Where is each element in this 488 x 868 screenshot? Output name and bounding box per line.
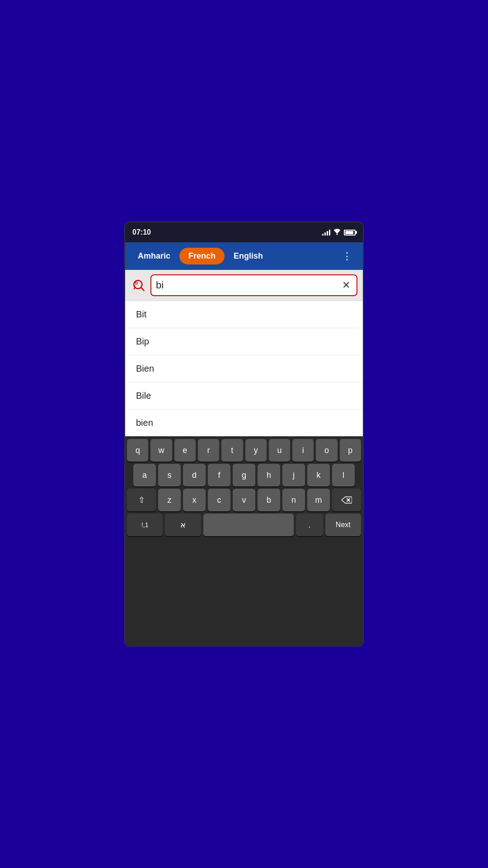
keyboard-row-1: q w e r t y u i o p — [127, 439, 361, 462]
key-j[interactable]: j — [282, 464, 305, 486]
key-u[interactable]: u — [269, 439, 290, 462]
key-y[interactable]: y — [245, 439, 267, 462]
phone-frame: 07:10 Amharic — [124, 222, 364, 646]
key-period[interactable]: . — [296, 514, 323, 536]
suggestions-dropdown: Bit Bip Bien Bile bien — [125, 301, 363, 436]
suggestion-item-bit[interactable]: Bit — [125, 301, 363, 328]
search-icon — [132, 278, 145, 292]
key-m[interactable]: m — [307, 489, 330, 511]
svg-point-0 — [337, 233, 338, 235]
clear-button[interactable]: ✕ — [340, 278, 352, 293]
signal-icon — [322, 229, 330, 236]
key-f[interactable]: f — [208, 464, 230, 486]
lang-tab-english[interactable]: English — [228, 249, 268, 264]
key-next[interactable]: Next — [325, 514, 361, 536]
key-p[interactable]: p — [340, 439, 361, 462]
key-v[interactable]: v — [233, 489, 255, 511]
key-e[interactable]: e — [174, 439, 196, 462]
battery-icon — [344, 230, 356, 236]
key-k[interactable]: k — [307, 464, 330, 486]
key-o[interactable]: o — [316, 439, 337, 462]
key-h[interactable]: h — [258, 464, 280, 486]
keyboard-row-3: ⇧ z x c v b n m — [127, 489, 361, 511]
menu-button[interactable]: ⋮ — [338, 249, 356, 264]
lang-tab-french[interactable]: French — [179, 248, 225, 264]
key-s[interactable]: s — [158, 464, 181, 486]
key-b[interactable]: b — [258, 489, 280, 511]
key-x[interactable]: x — [183, 489, 206, 511]
keyboard-row-2: a s d f g h j k l — [127, 464, 361, 486]
key-shift[interactable]: ⇧ — [127, 489, 156, 511]
key-numbers[interactable]: !,1 — [127, 514, 163, 536]
status-time: 07:10 — [132, 228, 151, 236]
search-input-wrap: ✕ — [150, 274, 357, 296]
key-a[interactable]: a — [133, 464, 156, 486]
key-t[interactable]: t — [221, 439, 243, 462]
lang-tab-amharic[interactable]: Amharic — [132, 249, 176, 264]
key-special[interactable]: א — [165, 514, 201, 536]
search-bar: ✕ — [125, 270, 363, 301]
key-r[interactable]: r — [198, 439, 219, 462]
wifi-icon — [333, 229, 341, 236]
key-q[interactable]: q — [127, 439, 148, 462]
suggestion-item-bile[interactable]: Bile — [125, 382, 363, 410]
svg-line-2 — [141, 288, 144, 291]
key-d[interactable]: d — [183, 464, 206, 486]
status-icons — [322, 229, 356, 236]
keyboard-row-4: !,1 א . Next — [127, 514, 361, 536]
key-n[interactable]: n — [282, 489, 305, 511]
key-backspace[interactable] — [332, 489, 361, 511]
suggestion-item-bien[interactable]: Bien — [125, 355, 363, 382]
key-w[interactable]: w — [150, 439, 172, 462]
key-l[interactable]: l — [332, 464, 355, 486]
key-g[interactable]: g — [233, 464, 255, 486]
key-i[interactable]: i — [292, 439, 314, 462]
search-input[interactable] — [156, 279, 340, 291]
app-header: Amharic French English ⋮ — [125, 242, 363, 270]
key-c[interactable]: c — [208, 489, 230, 511]
key-space[interactable] — [203, 514, 294, 536]
search-icon-wrap — [131, 277, 147, 293]
key-z[interactable]: z — [158, 489, 181, 511]
suggestion-item-bien2[interactable]: bien — [125, 410, 363, 436]
language-tabs: Amharic French English — [132, 248, 268, 264]
keyboard: q w e r t y u i o p a s d f g h j k l ⇧ … — [125, 436, 363, 646]
status-bar: 07:10 — [125, 222, 363, 242]
svg-point-3 — [136, 282, 138, 284]
suggestion-item-bip[interactable]: Bip — [125, 328, 363, 355]
